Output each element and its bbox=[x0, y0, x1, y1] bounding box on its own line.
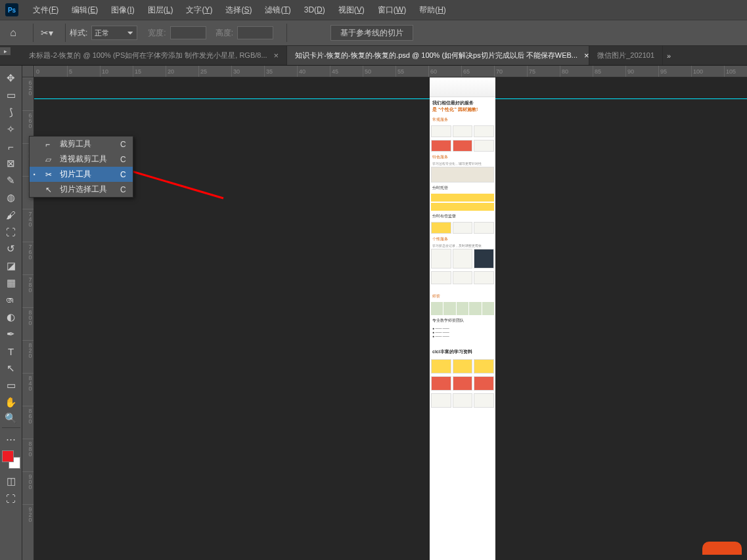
blur-tool-icon[interactable]: ෧ bbox=[2, 291, 20, 309]
style-select[interactable]: 正常⏷ bbox=[91, 26, 137, 40]
separator bbox=[65, 24, 66, 42]
expand-panels-icon[interactable]: ▸ bbox=[0, 47, 11, 55]
document-content: 我们相信最好的服务是 “个性化” 因材施教! 常规服务 特色服务 学习过程专业化… bbox=[430, 77, 495, 560]
eraser-tool-icon[interactable]: ◪ bbox=[2, 257, 20, 274]
menu-help[interactable]: 帮助(H) bbox=[413, 5, 453, 16]
eyedropper-tool-icon[interactable]: ✎ bbox=[2, 172, 20, 189]
document-tabs: 未标题-2-恢复的 @ 100% (PS如何在字体旁添加 制作发光小星星, RG… bbox=[0, 46, 747, 66]
annotation-arrow bbox=[118, 165, 230, 207]
flyout-item[interactable]: ↖切片选择工具C bbox=[30, 182, 133, 197]
stamp-tool-icon[interactable]: ⛶ bbox=[2, 223, 20, 240]
menu-3d[interactable]: 3D(D) bbox=[298, 5, 332, 14]
crop-tool-icon[interactable]: ⌐ bbox=[2, 138, 20, 155]
edit-toolbar-icon[interactable]: ⋯ bbox=[2, 431, 20, 448]
tool-icon: ↖ bbox=[45, 185, 56, 194]
menu-layer[interactable]: 图层(L) bbox=[141, 5, 180, 16]
lasso-tool-icon[interactable]: ⟆ bbox=[2, 104, 20, 121]
svg-line-0 bbox=[121, 168, 223, 198]
pen-tool-icon[interactable]: ✒ bbox=[2, 326, 20, 343]
toolbox: ✥ ▭ ⟆ ✧ ⌐ ⊠ ✎ ◍ 🖌 ⛶ ↺ ◪ ▦ ෧ ◐ ✒ T ↖ ▭ ✋ … bbox=[0, 66, 22, 560]
menu-view[interactable]: 视图(V) bbox=[332, 5, 371, 16]
type-tool-icon[interactable]: T bbox=[2, 343, 20, 360]
menu-select[interactable]: 选择(S) bbox=[219, 5, 258, 16]
decorative-badge bbox=[702, 542, 742, 555]
separator bbox=[286, 24, 287, 42]
tool-icon: ✂ bbox=[45, 170, 56, 179]
tool-flyout-menu: ⌐裁剪工具C▱透视裁剪工具C✂切片工具C↖切片选择工具C bbox=[29, 136, 133, 198]
menu-bar: Ps 文件(F) 编辑(E) 图像(I) 图层(L) 文字(Y) 选择(S) 滤… bbox=[0, 0, 747, 20]
home-icon[interactable]: ⌂ bbox=[3, 24, 24, 42]
foreground-color[interactable] bbox=[2, 450, 14, 462]
heal-tool-icon[interactable]: ◍ bbox=[2, 189, 20, 206]
screenmode-icon[interactable]: ⛶ bbox=[2, 490, 20, 507]
dodge-tool-icon[interactable]: ◐ bbox=[2, 309, 20, 326]
ruler-horizontal[interactable]: 0510152025303540455055606570758085909510… bbox=[34, 66, 747, 77]
brush-tool-icon[interactable]: 🖌 bbox=[2, 206, 20, 223]
separator bbox=[33, 24, 34, 42]
shape-tool-icon[interactable]: ▭ bbox=[2, 377, 20, 394]
document-tab-3[interactable]: 微信图片_202101 bbox=[589, 46, 663, 65]
path-select-tool-icon[interactable]: ↖ bbox=[2, 360, 20, 377]
wand-tool-icon[interactable]: ✧ bbox=[2, 121, 20, 138]
menu-type[interactable]: 文字(Y) bbox=[179, 5, 219, 16]
chevron-down-icon: ⏷ bbox=[127, 29, 134, 37]
zoom-tool-icon[interactable]: 🔍 bbox=[2, 411, 20, 428]
menu-image[interactable]: 图像(I) bbox=[104, 5, 141, 16]
menu-edit[interactable]: 编辑(E) bbox=[65, 5, 104, 16]
style-label: 样式: bbox=[70, 28, 87, 39]
flyout-item[interactable]: ✂切片工具C bbox=[30, 167, 133, 182]
tab-overflow-icon[interactable]: » bbox=[663, 46, 675, 65]
quickmask-icon[interactable]: ◫ bbox=[2, 473, 20, 490]
flyout-item[interactable]: ▱透视裁剪工具C bbox=[30, 152, 133, 167]
frame-tool-icon[interactable]: ⊠ bbox=[2, 155, 20, 172]
slice-from-guides-button[interactable]: 基于参考线的切片 bbox=[330, 25, 413, 41]
color-swatches[interactable] bbox=[2, 450, 20, 469]
app-icon: Ps bbox=[5, 3, 18, 16]
document-tab-1[interactable]: 未标题-2-恢复的 @ 100% (PS如何在字体旁添加 制作发光小星星, RG… bbox=[21, 46, 287, 65]
move-tool-icon[interactable]: ✥ bbox=[2, 70, 20, 87]
height-input[interactable] bbox=[237, 26, 273, 39]
menu-filter[interactable]: 滤镜(T) bbox=[258, 5, 297, 16]
slice-tool-icon[interactable]: ✂▾ bbox=[37, 26, 56, 39]
hand-tool-icon[interactable]: ✋ bbox=[2, 394, 20, 411]
document-tab-2[interactable]: 知识卡片-恢复的-恢复的-恢复的.psd @ 100% (如何解决ps切片完成以… bbox=[287, 46, 589, 65]
close-icon[interactable]: × bbox=[584, 51, 589, 60]
gradient-tool-icon[interactable]: ▦ bbox=[2, 274, 20, 291]
close-icon[interactable]: × bbox=[274, 51, 279, 60]
width-label: 宽度: bbox=[148, 28, 166, 39]
width-input[interactable] bbox=[170, 26, 206, 39]
marquee-tool-icon[interactable]: ▭ bbox=[2, 87, 20, 104]
tool-icon: ▱ bbox=[45, 155, 56, 164]
history-brush-tool-icon[interactable]: ↺ bbox=[2, 240, 20, 257]
guide-line[interactable] bbox=[34, 98, 747, 99]
options-bar: ⌂ ✂▾ 样式: 正常⏷ 宽度: 高度: 基于参考线的切片 bbox=[0, 20, 747, 46]
flyout-item[interactable]: ⌐裁剪工具C bbox=[30, 137, 133, 152]
height-label: 高度: bbox=[215, 28, 233, 39]
ruler-origin[interactable] bbox=[22, 66, 34, 77]
menu-file[interactable]: 文件(F) bbox=[26, 5, 65, 16]
menu-window[interactable]: 窗口(W) bbox=[371, 5, 413, 16]
tool-icon: ⌐ bbox=[45, 140, 56, 149]
